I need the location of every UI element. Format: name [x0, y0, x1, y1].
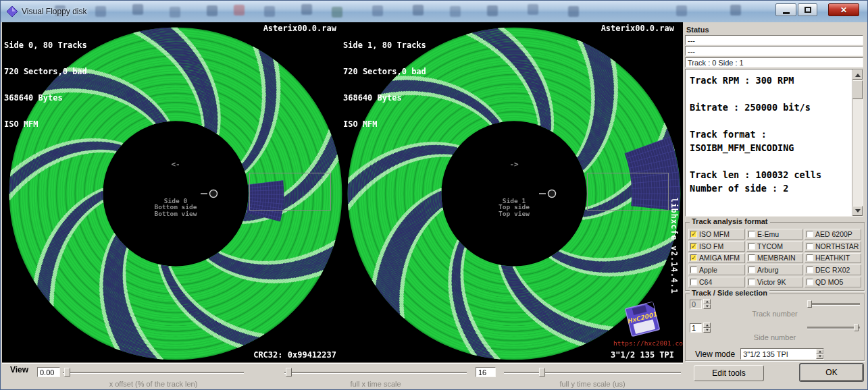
side-number-slider[interactable]	[807, 327, 860, 329]
x-scale-slider-thumb[interactable]	[286, 368, 292, 377]
spin-down-icon[interactable]	[816, 354, 823, 360]
checkbox-label: QD MO5	[815, 278, 843, 286]
checkbox-icon[interactable]	[690, 279, 697, 285]
x-scale-slider[interactable]	[284, 372, 467, 373]
checkbox-icon[interactable]	[748, 254, 755, 261]
spin-down-icon[interactable]	[703, 304, 711, 310]
checkbox-icon[interactable]	[748, 231, 755, 238]
spin-up-icon[interactable]	[703, 323, 711, 328]
checkbox-icon[interactable]	[807, 231, 813, 238]
checkbox-icon[interactable]	[807, 254, 813, 261]
side-number-input[interactable]	[690, 323, 702, 333]
disk-0-info-line: 368640 Bytes	[4, 94, 87, 103]
disk-visual-area: Side 0, 80 Tracks 720 Sectors,0 bad 3686…	[2, 22, 683, 362]
rotation-arrow-icon: <-	[108, 161, 243, 168]
checkbox-label: C64	[699, 278, 712, 286]
format-northstar[interactable]: NORTHSTAR	[805, 241, 861, 252]
status-field-1[interactable]: ---	[685, 35, 863, 45]
checkbox-label: MEMBRAIN	[757, 254, 796, 262]
checkbox-icon[interactable]	[807, 279, 813, 285]
disk-0-filename: Asterix00.0.raw	[240, 24, 336, 33]
format-dec-rx02[interactable]: DEC RX02	[805, 264, 861, 275]
view-mode-select[interactable]: 3"1/2 135 TPI	[740, 348, 824, 360]
format-arburg[interactable]: Arburg	[746, 264, 803, 275]
disk-1-view-desc: Top view	[446, 211, 582, 217]
side-number-spinner[interactable]	[703, 323, 711, 333]
format-amiga-mfm[interactable]: AMIGA MFM	[688, 253, 745, 264]
scroll-down-button[interactable]	[852, 206, 863, 216]
track-side-status-field[interactable]: Track : 0 Side : 1	[685, 57, 863, 67]
format-victor-9k[interactable]: Victor 9K	[746, 277, 803, 287]
checkbox-label: Apple	[699, 266, 717, 274]
scroll-up-button[interactable]	[852, 69, 863, 80]
titlebar[interactable]: Visual Floppy disk ✕	[1, 1, 868, 22]
disk-1-info: Side 1, 80 Tracks 720 Sectors,0 bad 3686…	[343, 24, 426, 146]
scroll-thumb[interactable]	[852, 80, 863, 99]
format-e-emu[interactable]: E-Emu	[746, 229, 803, 240]
x-offset-slider[interactable]	[63, 372, 244, 373]
checkbox-icon[interactable]	[690, 243, 697, 250]
track-details-box[interactable]: Track RPM : 300 RPM Bitrate : 250000 bit…	[685, 69, 863, 217]
status-field-2[interactable]: ---	[685, 46, 863, 56]
app-icon	[7, 6, 18, 17]
checkbox-icon[interactable]	[748, 243, 755, 250]
format-tycom[interactable]: TYCOM	[746, 241, 803, 252]
format-apple[interactable]: Apple	[688, 264, 745, 275]
checkbox-icon[interactable]	[690, 267, 697, 273]
window-title: Visual Floppy disk	[22, 7, 87, 16]
checkbox-icon[interactable]	[690, 231, 697, 238]
format-aed-6200p[interactable]: AED 6200P	[805, 229, 861, 240]
checkbox-icon[interactable]	[690, 254, 697, 261]
spin-up-icon[interactable]	[703, 299, 711, 304]
track-selection-rect-0	[249, 173, 331, 211]
close-button[interactable]: ✕	[828, 3, 859, 16]
ok-button[interactable]: OK	[799, 363, 864, 382]
disk-0-center-label: <- Side 0 Bottom side Bottom view	[108, 161, 243, 217]
format-heathkit[interactable]: HEATHKIT	[805, 253, 861, 264]
checkbox-icon[interactable]	[748, 279, 755, 285]
view-mode-spinner[interactable]	[816, 349, 823, 359]
x-offset-input[interactable]	[37, 367, 60, 377]
view-bar: View x offset (% of the track len) full …	[2, 362, 683, 390]
y-scale-input[interactable]	[476, 367, 496, 377]
checkbox-label: TYCOM	[757, 242, 783, 250]
y-scale-slider-thumb[interactable]	[539, 368, 545, 377]
format-c64[interactable]: C64	[688, 277, 745, 287]
edit-tools-button[interactable]: Edit tools	[694, 365, 764, 381]
slider-thumb[interactable]	[807, 300, 812, 308]
format-iso-fm[interactable]: ISO FM	[688, 241, 745, 252]
format-membrain[interactable]: MEMBRAIN	[746, 253, 803, 264]
view-mode-value: 3"1/2 135 TPI	[741, 350, 816, 358]
y-scale-slider[interactable]	[504, 372, 681, 373]
x-offset-slider-thumb[interactable]	[64, 368, 70, 377]
disk-1-info-line: Side 1, 80 Tracks	[343, 41, 426, 50]
track-number-row	[690, 299, 860, 309]
checkbox-label: ISO MFM	[699, 230, 730, 238]
disk-0-info-line: ISO MFM	[4, 120, 87, 129]
track-details-text: Track RPM : 300 RPM Bitrate : 250000 bit…	[690, 74, 849, 213]
details-scrollbar[interactable]	[852, 69, 863, 216]
side-number-row	[690, 323, 860, 333]
status-label: Status	[686, 26, 709, 34]
format-iso-mfm[interactable]: ISO MFM	[688, 229, 745, 240]
side-number-label: Side number	[686, 333, 864, 341]
slider-thumb[interactable]	[854, 324, 859, 331]
checkbox-icon[interactable]	[748, 267, 755, 273]
track-number-input[interactable]	[690, 300, 702, 309]
spin-up-icon[interactable]	[816, 349, 823, 354]
format-qd-mo5[interactable]: QD MO5	[805, 277, 861, 287]
minimize-button[interactable]	[775, 3, 796, 16]
spin-down-icon[interactable]	[703, 328, 711, 333]
disk-0-view-desc: Bottom view	[108, 211, 243, 217]
checkbox-label: AED 6200P	[815, 230, 852, 238]
view-label: View	[10, 365, 28, 374]
track-number-spinner[interactable]	[703, 299, 711, 309]
disk-1-info-line: 368640 Bytes	[343, 94, 426, 103]
maximize-button[interactable]	[798, 3, 817, 16]
disk-0-info-line: Side 0, 80 Tracks	[4, 41, 87, 50]
view-mode-label: View mode	[695, 350, 735, 359]
track-number-slider[interactable]	[807, 303, 860, 305]
checkbox-icon[interactable]	[807, 243, 813, 250]
checkbox-icon[interactable]	[807, 267, 813, 273]
track-analysis-label: Track analysis format	[690, 217, 770, 225]
